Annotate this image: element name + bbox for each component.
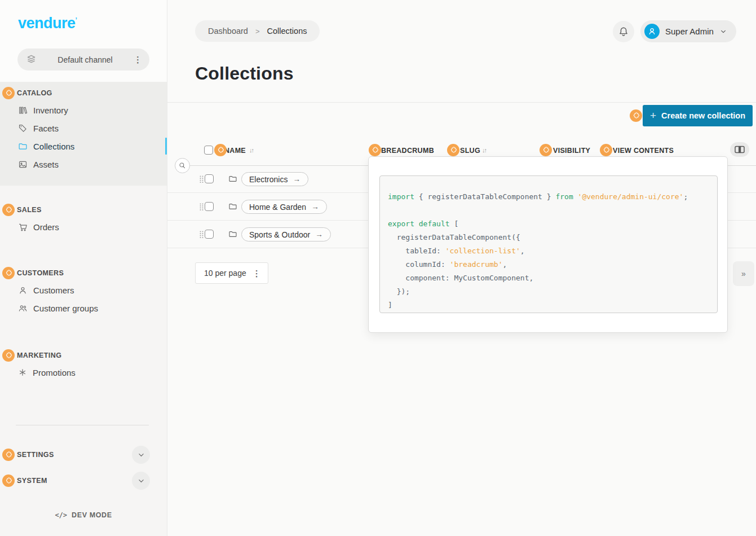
select-all-checkbox[interactable] [204, 146, 213, 155]
expand-panel-button[interactable]: » [733, 261, 754, 286]
column-header-name[interactable]: NAME [224, 147, 246, 155]
extension-badge-settings[interactable] [2, 449, 15, 461]
sidebar-item-orders[interactable]: Orders [0, 218, 167, 236]
folder-icon [228, 230, 237, 239]
sidebar-item-promotions[interactable]: Promotions [0, 363, 167, 381]
code-token: { registerDataTableComponent } [414, 192, 555, 201]
extension-badge-column-view-contents[interactable] [600, 144, 612, 156]
tag-icon [18, 124, 28, 133]
sidebar-nav: CATALOG Inventory Facets Collections [0, 82, 167, 536]
nav-section-header-customers: CUSTOMERS [0, 265, 167, 281]
arrow-right-icon: → [293, 175, 300, 183]
code-token [573, 192, 578, 201]
sort-icon-slug[interactable]: ↓↑ [482, 147, 486, 153]
code-line [388, 204, 711, 217]
nav-section-catalog: CATALOG Inventory Facets Collections [0, 82, 167, 186]
sort-icon-name[interactable]: ↓↑ [249, 147, 253, 153]
layers-icon [26, 54, 37, 65]
extension-badge-sales[interactable] [2, 204, 15, 216]
breadcrumb-collections-link[interactable]: Collections [267, 27, 307, 36]
code-line: columnId: 'breadcrumb', [388, 258, 711, 271]
code-token: import [388, 192, 414, 201]
channel-kebab-icon[interactable]: ⋮ [134, 55, 142, 64]
sidebar-item-assets[interactable]: Assets [0, 155, 167, 173]
row-checkbox[interactable] [205, 202, 214, 211]
search-button[interactable] [175, 158, 190, 173]
code-token: , [520, 247, 525, 255]
per-page-kebab-icon[interactable]: ⋮ [253, 269, 261, 278]
sidebar-item-customers[interactable]: Customers [0, 281, 167, 299]
vendure-admin-app: vendure’ Default channel ⋮ CATALOG Inven… [0, 0, 756, 536]
create-button-label: Create new collection [661, 111, 745, 120]
user-icon [18, 285, 28, 295]
collection-chip[interactable]: Home & Garden→ [241, 200, 327, 214]
sidebar-item-collections[interactable]: Collections [0, 137, 167, 155]
user-name: Super Admin [665, 27, 714, 36]
logo-trademark: ’ [76, 16, 77, 24]
code-token: registerDataTableComponent({ [388, 233, 520, 241]
asterisk-icon [18, 368, 27, 377]
code-token: export [388, 219, 414, 228]
extension-badge-column-slug[interactable] [447, 144, 459, 156]
code-token [414, 219, 419, 228]
create-new-collection-button[interactable]: + Create new collection [643, 105, 753, 126]
header-divider [167, 102, 756, 103]
code-token: ] [388, 301, 392, 309]
dev-mode-toggle[interactable]: </> DEV MODE [0, 511, 167, 519]
sidebar-item-label: Promotions [33, 368, 76, 377]
drag-handle-icon[interactable] [200, 231, 204, 239]
settings-expand-button[interactable] [132, 446, 150, 464]
collection-chip[interactable]: Sports & Outdoor→ [241, 227, 331, 241]
row-checkbox[interactable] [205, 230, 214, 239]
columns-icon [735, 146, 745, 153]
extension-badge-marketing[interactable] [2, 349, 15, 362]
collection-name: Home & Garden [249, 203, 306, 212]
sidebar-item-label: Collections [33, 142, 74, 151]
extension-badge-create-button[interactable] [630, 109, 642, 122]
nav-section-label: MARKETING [17, 352, 61, 359]
arrow-right-icon: → [315, 230, 323, 239]
dev-mode-label: DEV MODE [72, 511, 112, 519]
nav-section-header-system: SYSTEM [0, 472, 167, 490]
sidebar-item-facets[interactable]: Facets [0, 119, 167, 137]
collection-chip[interactable]: Electronics→ [241, 172, 308, 186]
folder-icon [18, 142, 28, 151]
code-token: }); [388, 287, 410, 296]
user-menu[interactable]: Super Admin [640, 20, 736, 42]
code-token: , [503, 260, 507, 269]
page-title: Collections [195, 63, 294, 84]
breadcrumb-dashboard-link[interactable]: Dashboard [208, 27, 248, 36]
nav-section-label: CUSTOMERS [17, 269, 64, 277]
sidebar-item-customer-groups[interactable]: Customer groups [0, 299, 167, 317]
extension-badge-column-breadcrumb[interactable] [369, 144, 381, 156]
drag-handle-icon[interactable] [200, 203, 204, 211]
row-checkbox[interactable] [205, 174, 214, 183]
vendure-logo[interactable]: vendure’ [18, 15, 77, 32]
double-chevron-right-icon: » [741, 269, 746, 278]
sidebar-divider [16, 425, 149, 425]
channel-selector[interactable]: Default channel ⋮ [17, 49, 149, 71]
sidebar-item-label: Customers [33, 285, 74, 295]
system-expand-button[interactable] [132, 472, 150, 490]
sidebar-item-inventory[interactable]: Inventory [0, 101, 167, 119]
items-per-page-select[interactable]: 10 per page ⋮ [195, 262, 268, 284]
extension-badge-column-visibility[interactable] [540, 144, 552, 156]
notifications-button[interactable] [613, 21, 634, 42]
extension-badge-column-name[interactable] [214, 144, 227, 156]
extension-badge-catalog[interactable] [2, 87, 15, 99]
extension-badge-customers[interactable] [2, 267, 15, 279]
column-header-slug[interactable]: SLUG [460, 147, 480, 155]
sidebar: vendure’ Default channel ⋮ CATALOG Inven… [0, 0, 167, 536]
code-brackets-icon: </> [55, 511, 67, 519]
code-line: import { registerDataTableComponent } fr… [388, 190, 711, 204]
column-settings-button[interactable] [730, 142, 749, 157]
breadcrumb-separator-icon: > [255, 27, 260, 36]
nav-section-header-marketing: MARKETING [0, 348, 167, 363]
drag-handle-icon[interactable] [200, 175, 204, 183]
users-icon [18, 304, 28, 313]
chevron-down-icon [719, 28, 727, 36]
code-line: }); [388, 285, 711, 298]
nav-section-header-settings: SETTINGS [0, 446, 167, 464]
nav-section-header-sales: SALES [0, 202, 167, 218]
extension-badge-system[interactable] [2, 475, 15, 487]
